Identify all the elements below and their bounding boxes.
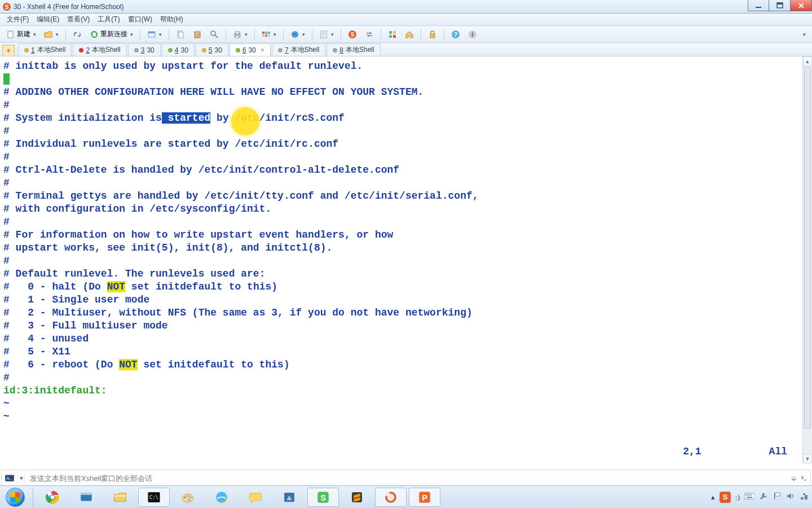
svg-rect-31 xyxy=(430,34,435,38)
profile-button[interactable] xyxy=(144,28,165,41)
svg-rect-72 xyxy=(803,493,805,495)
taskbar-paint[interactable] xyxy=(172,488,204,507)
print-button[interactable] xyxy=(230,28,250,41)
maximize-button[interactable] xyxy=(769,0,791,11)
vim-status-line: 2,1 All xyxy=(683,446,787,457)
menu-edit[interactable]: 编辑(E) xyxy=(33,14,63,25)
taskbar-ie[interactable] xyxy=(206,488,237,507)
separator xyxy=(65,29,66,40)
xftp-button[interactable]: S xyxy=(345,28,360,41)
separator xyxy=(226,29,226,40)
scroll-thumb[interactable] xyxy=(804,67,811,428)
tray-expand-icon[interactable]: ▴ xyxy=(711,493,715,501)
taskbar-explorer[interactable] xyxy=(104,488,136,507)
svg-rect-71 xyxy=(805,495,807,500)
svg-rect-18 xyxy=(265,32,267,34)
paste-button[interactable] xyxy=(190,28,205,41)
menu-view[interactable]: 查看(V) xyxy=(64,14,93,25)
svg-rect-17 xyxy=(262,32,264,34)
tray-keyboard-icon[interactable] xyxy=(744,492,754,502)
about-button[interactable]: i xyxy=(465,28,480,41)
session-tab-1[interactable]: 1 本地Shell xyxy=(18,43,72,56)
svg-rect-45 xyxy=(114,495,126,496)
new-button[interactable]: 新建 xyxy=(3,28,39,41)
taskbar-app-1[interactable] xyxy=(70,488,102,507)
vertical-scrollbar[interactable]: ▲ ▼ xyxy=(802,56,812,463)
taskbar-chat[interactable] xyxy=(240,488,271,507)
terminal-viewport[interactable]: # inittab is only used by upstart for th… xyxy=(0,56,812,463)
tray-ime-icon[interactable]: :) xyxy=(735,493,740,502)
scroll-up-button[interactable]: ▲ xyxy=(803,56,812,66)
home-button[interactable] xyxy=(402,28,417,41)
session-tab-6[interactable]: 6 30× xyxy=(230,43,271,56)
toolbar-overflow[interactable] xyxy=(799,28,809,41)
broadcast-options[interactable]: ⬙ xyxy=(788,474,810,482)
taskbar-s-green[interactable]: S xyxy=(307,488,339,507)
taskbar-app-2[interactable] xyxy=(273,488,305,507)
find-button[interactable] xyxy=(207,28,222,41)
add-tab-button[interactable]: + xyxy=(2,45,15,56)
session-tab-2[interactable]: 2 本地Shell xyxy=(73,43,126,56)
tray-network-icon[interactable] xyxy=(800,492,809,502)
tab-status-dot xyxy=(168,48,173,52)
scroll-down-button[interactable]: ▼ xyxy=(803,454,812,463)
tab-hotkey: 2 xyxy=(86,46,90,54)
palette-button[interactable] xyxy=(259,28,279,41)
close-button[interactable] xyxy=(791,0,812,11)
svg-rect-28 xyxy=(393,31,396,34)
tab-hotkey: 3 xyxy=(141,46,145,54)
svg-rect-70 xyxy=(801,497,804,500)
lock-button[interactable] xyxy=(425,28,440,41)
separator xyxy=(140,29,140,40)
tab-status-dot xyxy=(333,48,337,52)
script-button[interactable] xyxy=(316,28,337,41)
svg-rect-67 xyxy=(751,494,752,496)
broadcast-icon[interactable]: >_ xyxy=(2,470,17,486)
svg-text:?: ? xyxy=(454,31,458,38)
taskbar-xshell[interactable] xyxy=(375,488,407,507)
copy-button[interactable] xyxy=(173,28,188,41)
sync-button[interactable] xyxy=(362,28,377,41)
tab-label: 本地Shell xyxy=(92,45,121,55)
svg-rect-16 xyxy=(236,36,239,38)
session-tab-4[interactable]: 4 30 xyxy=(162,43,195,56)
separator xyxy=(381,29,381,40)
taskbar-chrome[interactable] xyxy=(37,488,68,507)
tab-hotkey: 1 xyxy=(31,46,35,54)
tray-tool-icon[interactable] xyxy=(759,492,768,502)
minimize-button[interactable] xyxy=(748,0,769,11)
tray-flag-icon[interactable] xyxy=(773,492,782,502)
tab-label: 30 xyxy=(249,46,256,54)
link-button[interactable] xyxy=(70,28,85,41)
tab-label: 30 xyxy=(180,46,188,54)
session-tab-5[interactable]: 5 30 xyxy=(196,43,228,56)
globe-button[interactable] xyxy=(288,28,308,41)
session-tab-7[interactable]: 7 本地Shell xyxy=(272,43,325,56)
windows-taskbar: C:\ S P ▴ S :) xyxy=(0,485,812,508)
menu-file[interactable]: 文件(F) xyxy=(3,14,32,25)
tab-close-icon[interactable]: × xyxy=(261,46,264,54)
svg-rect-2 xyxy=(756,7,761,8)
tile-button[interactable] xyxy=(385,28,400,41)
tray-sogou-icon[interactable]: S xyxy=(720,492,731,503)
session-tab-8[interactable]: 8 本地Shell xyxy=(326,43,380,56)
reconnect-button[interactable]: 重新连接 xyxy=(87,28,136,41)
menu-window[interactable]: 窗口(W) xyxy=(125,14,156,25)
taskbar-cmd[interactable]: C:\ xyxy=(138,488,170,507)
svg-rect-19 xyxy=(268,32,270,34)
tab-hotkey: 6 xyxy=(242,46,246,54)
broadcast-mode-dropdown[interactable]: ▾ xyxy=(17,470,25,486)
taskbar-wps[interactable]: P xyxy=(409,488,440,507)
open-button[interactable] xyxy=(41,28,61,41)
taskbar-sublime[interactable] xyxy=(341,488,373,507)
session-tab-3[interactable]: 3 30 xyxy=(128,43,161,56)
broadcast-input[interactable] xyxy=(25,474,788,483)
menu-help[interactable]: 帮助(H) xyxy=(157,14,187,25)
help-button[interactable]: ? xyxy=(448,28,463,41)
svg-rect-30 xyxy=(393,35,396,38)
svg-text:>_: >_ xyxy=(6,475,12,480)
menu-tools[interactable]: 工具(T) xyxy=(94,14,123,25)
start-button[interactable] xyxy=(0,486,30,509)
svg-rect-29 xyxy=(389,35,392,38)
tray-volume-icon[interactable] xyxy=(786,492,795,502)
